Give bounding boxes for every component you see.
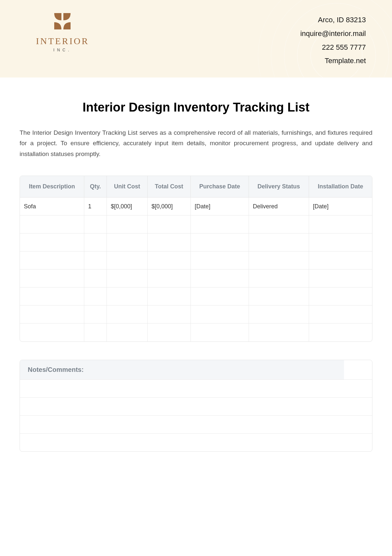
- contact-phone: 222 555 7777: [300, 41, 366, 54]
- table-row: [20, 287, 372, 305]
- logo: INTERIOR INC.: [36, 13, 89, 52]
- cell-purchase_date[interactable]: [191, 252, 249, 269]
- cell-delivery_status[interactable]: [249, 323, 309, 341]
- logo-sub: INC.: [53, 48, 72, 52]
- cell-total_cost[interactable]: [148, 269, 191, 287]
- cell-unit_cost[interactable]: [107, 287, 147, 305]
- table-row: [20, 252, 372, 269]
- cell-qty[interactable]: [84, 305, 107, 323]
- cell-item[interactable]: [20, 323, 84, 341]
- col-installation-date: Installation Date: [309, 176, 372, 198]
- cell-unit_cost[interactable]: [107, 234, 147, 252]
- cell-unit_cost[interactable]: [107, 323, 147, 341]
- cell-item[interactable]: [20, 234, 84, 252]
- cell-item[interactable]: [20, 252, 84, 269]
- cell-purchase_date[interactable]: [191, 269, 249, 287]
- table-row: [20, 234, 372, 252]
- cell-total_cost[interactable]: [148, 234, 191, 252]
- cell-delivery_status[interactable]: [249, 252, 309, 269]
- cell-delivery_status[interactable]: [249, 287, 309, 305]
- cell-qty[interactable]: 1: [84, 198, 107, 216]
- col-qty: Qty.: [84, 176, 107, 198]
- logo-icon: [53, 13, 72, 33]
- cell-total_cost[interactable]: [148, 287, 191, 305]
- cell-total_cost[interactable]: [148, 323, 191, 341]
- inventory-table: Item Description Qty. Unit Cost Total Co…: [20, 176, 372, 342]
- cell-installation_date[interactable]: [309, 323, 372, 341]
- col-total-cost: Total Cost: [148, 176, 191, 198]
- col-delivery-status: Delivery Status: [249, 176, 309, 198]
- table-header-row: Item Description Qty. Unit Cost Total Co…: [20, 176, 372, 198]
- cell-qty[interactable]: [84, 234, 107, 252]
- notes-line[interactable]: [20, 415, 372, 433]
- main: Interior Design Inventory Tracking List …: [0, 78, 392, 452]
- cell-installation_date[interactable]: [309, 234, 372, 252]
- col-item: Item Description: [20, 176, 84, 198]
- table-row: Sofa1$[0,000]$[0,000][Date]Delivered[Dat…: [20, 198, 372, 216]
- cell-total_cost[interactable]: [148, 252, 191, 269]
- page-title: Interior Design Inventory Tracking List: [20, 100, 372, 114]
- notes-line[interactable]: [20, 379, 372, 397]
- contact-address: Arco, ID 83213: [300, 13, 366, 27]
- notes-label: Notes/Comments:: [20, 360, 344, 379]
- cell-item[interactable]: [20, 305, 84, 323]
- cell-item[interactable]: [20, 269, 84, 287]
- cell-qty[interactable]: [84, 252, 107, 269]
- notes-box: Notes/Comments:: [20, 360, 372, 452]
- col-purchase-date: Purchase Date: [191, 176, 249, 198]
- cell-installation_date[interactable]: [Date]: [309, 198, 372, 216]
- cell-item[interactable]: [20, 287, 84, 305]
- intro-text: The Interior Design Inventory Tracking L…: [20, 128, 372, 159]
- cell-unit_cost[interactable]: [107, 216, 147, 234]
- cell-purchase_date[interactable]: [191, 234, 249, 252]
- cell-installation_date[interactable]: [309, 269, 372, 287]
- cell-qty[interactable]: [84, 216, 107, 234]
- cell-unit_cost[interactable]: [107, 252, 147, 269]
- cell-purchase_date[interactable]: [191, 287, 249, 305]
- contact-email: inquire@interior.mail: [300, 27, 366, 41]
- cell-qty[interactable]: [84, 269, 107, 287]
- cell-item[interactable]: Sofa: [20, 198, 84, 216]
- cell-purchase_date[interactable]: [Date]: [191, 198, 249, 216]
- table-row: [20, 269, 372, 287]
- notes-line[interactable]: [20, 433, 372, 451]
- cell-purchase_date[interactable]: [191, 323, 249, 341]
- cell-delivery_status[interactable]: [249, 234, 309, 252]
- cell-installation_date[interactable]: [309, 216, 372, 234]
- table-row: [20, 323, 372, 341]
- cell-unit_cost[interactable]: [107, 305, 147, 323]
- table-row: [20, 305, 372, 323]
- contact-site: Template.net: [300, 54, 366, 68]
- cell-delivery_status[interactable]: [249, 216, 309, 234]
- cell-purchase_date[interactable]: [191, 305, 249, 323]
- cell-total_cost[interactable]: [148, 305, 191, 323]
- cell-installation_date[interactable]: [309, 287, 372, 305]
- cell-installation_date[interactable]: [309, 305, 372, 323]
- cell-total_cost[interactable]: $[0,000]: [148, 198, 191, 216]
- cell-delivery_status[interactable]: Delivered: [249, 198, 309, 216]
- logo-name: INTERIOR: [36, 36, 89, 46]
- cell-total_cost[interactable]: [148, 216, 191, 234]
- cell-unit_cost[interactable]: [107, 269, 147, 287]
- cell-item[interactable]: [20, 216, 84, 234]
- col-unit-cost: Unit Cost: [107, 176, 147, 198]
- contact-block: Arco, ID 83213 inquire@interior.mail 222…: [300, 13, 366, 68]
- cell-purchase_date[interactable]: [191, 216, 249, 234]
- cell-installation_date[interactable]: [309, 252, 372, 269]
- header: INTERIOR INC. Arco, ID 83213 inquire@int…: [0, 0, 392, 78]
- table-row: [20, 216, 372, 234]
- notes-line[interactable]: [20, 397, 372, 415]
- cell-unit_cost[interactable]: $[0,000]: [107, 198, 147, 216]
- cell-qty[interactable]: [84, 287, 107, 305]
- cell-delivery_status[interactable]: [249, 305, 309, 323]
- cell-delivery_status[interactable]: [249, 269, 309, 287]
- cell-qty[interactable]: [84, 323, 107, 341]
